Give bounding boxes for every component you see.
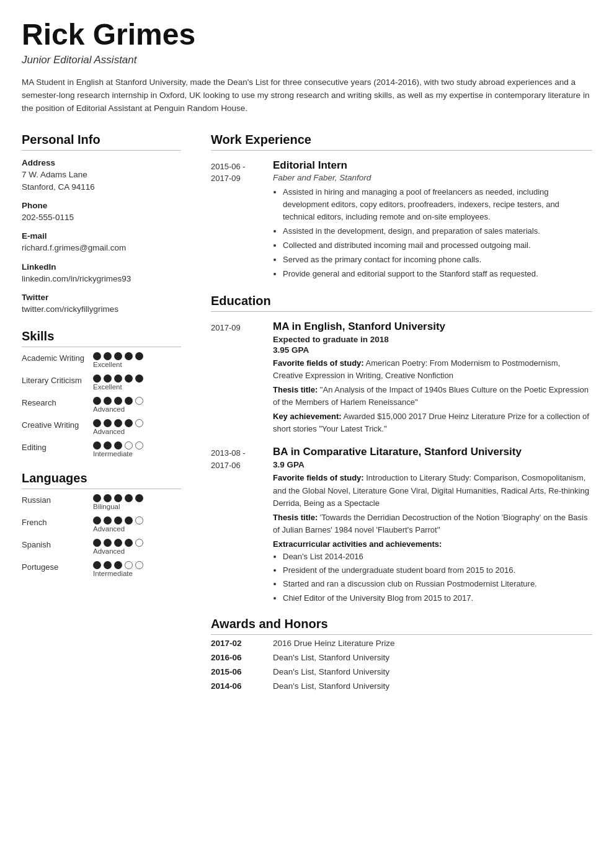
personal-info-twitter-label: Twitter (22, 293, 181, 302)
edu-entry: 2013-08 -2017-06 BA in Comparative Litar… (211, 446, 592, 605)
personal-info-title: Personal Info (22, 133, 181, 151)
skill-name: Academic Writing (22, 352, 93, 363)
work-entry: 2015-06 -2017-09 Editorial Intern Faber … (211, 159, 592, 283)
award-row: 2014-06 Dean's List, Stanford University (211, 681, 592, 691)
edu-content: MA in English, Stanford University Expec… (273, 321, 592, 438)
award-date: 2016-06 (211, 653, 273, 662)
language-level: Advanced (93, 525, 125, 533)
dot-filled (93, 397, 101, 405)
languages-title: Languages (22, 471, 181, 489)
language-name: Portugese (22, 561, 93, 572)
language-item: French Advanced (22, 516, 181, 533)
skill-level: Advanced (93, 428, 125, 435)
award-desc: 2016 Drue Heinz Literature Prize (273, 639, 592, 648)
awards-section: Awards and Honors 2017-02 2016 Drue Hein… (211, 617, 592, 691)
personal-info-address-label: Address (22, 158, 181, 167)
skill-item: Literary Criticism Excellent (22, 374, 181, 391)
language-dots (93, 539, 143, 547)
summary-text: MA Student in English at Stanford Univer… (22, 76, 592, 115)
edu-subline: Expected to graduate in 2018 (273, 335, 592, 344)
resume-header: Rick Grimes Junior Editorial Assistant M… (22, 19, 592, 115)
award-date: 2017-02 (211, 639, 273, 648)
skill-dots (93, 441, 143, 450)
personal-info-phone-label: Phone (22, 201, 181, 210)
personal-info-section: Personal Info Address 7 W. Adams LaneSta… (22, 133, 181, 316)
dot-empty (125, 561, 133, 569)
dot-filled (93, 441, 101, 450)
language-level: Advanced (93, 547, 125, 555)
language-dots (93, 516, 143, 525)
languages-section: Languages Russian Bilingual French Advan… (22, 471, 181, 577)
education-title: Education (211, 294, 592, 312)
language-dots-wrap: Intermediate (93, 561, 143, 577)
personal-info-linkedin-label: LinkedIn (22, 262, 181, 272)
dot-filled (104, 561, 112, 569)
dot-filled (93, 539, 101, 547)
dot-filled (114, 539, 122, 547)
dot-empty (125, 441, 133, 450)
skill-dots-wrap: Excellent (93, 352, 143, 368)
skill-dots (93, 397, 143, 405)
dot-filled (93, 561, 101, 569)
language-item: Russian Bilingual (22, 494, 181, 510)
edu-extra-bullet: Dean's List 2014-2016 (283, 551, 592, 563)
skill-dots-wrap: Advanced (93, 419, 143, 435)
skill-dots-wrap: Excellent (93, 374, 143, 391)
dot-filled (93, 352, 101, 360)
skill-name: Creative Writing (22, 419, 93, 430)
skills-section: Skills Academic Writing Excellent Litera… (22, 329, 181, 458)
dot-filled (114, 352, 122, 360)
skill-dots (93, 419, 143, 427)
dot-filled (104, 397, 112, 405)
award-date: 2014-06 (211, 681, 273, 691)
edu-favorite: Favorite fields of study: Introduction t… (273, 472, 592, 509)
dot-filled (125, 494, 133, 502)
edu-extra-bullets: Dean's List 2014-2016President of the un… (273, 551, 592, 604)
work-title: Editorial Intern (273, 159, 592, 172)
work-bullets: Assisted in hiring and managing a pool o… (273, 186, 592, 281)
edu-achievement: Key achievement: Awarded $15,000 2017 Dr… (273, 410, 592, 435)
skill-name: Literary Criticism (22, 374, 93, 385)
work-bullet: Served as the primary contact for incomi… (283, 254, 592, 266)
skill-item: Research Advanced (22, 397, 181, 413)
dot-filled (135, 494, 143, 502)
language-name: Spanish (22, 539, 93, 549)
dot-filled (93, 419, 101, 427)
award-desc: Dean's List, Stanford University (273, 653, 592, 662)
dot-empty (135, 516, 143, 525)
dot-empty (135, 539, 143, 547)
skill-item: Academic Writing Excellent (22, 352, 181, 368)
edu-extra-bullet: Started and ran a discussion club on Rus… (283, 578, 592, 590)
language-dots (93, 561, 143, 569)
dot-filled (104, 352, 112, 360)
language-name: Russian (22, 494, 93, 505)
dot-filled (125, 419, 133, 427)
language-name: French (22, 516, 93, 527)
skills-title: Skills (22, 329, 181, 347)
languages-list: Russian Bilingual French Advanced Spanis… (22, 494, 181, 577)
work-experience-title: Work Experience (211, 133, 592, 151)
dot-filled (114, 419, 122, 427)
edu-extra-bullet: Chief Editor of the University Blog from… (283, 592, 592, 604)
dot-filled (125, 516, 133, 525)
language-level: Intermediate (93, 570, 133, 577)
work-experience-section: Work Experience 2015-06 -2017-09 Editori… (211, 133, 592, 283)
work-bullet: Assisted in the development, design, and… (283, 225, 592, 237)
skill-level: Intermediate (93, 450, 133, 458)
skill-level: Excellent (93, 361, 122, 368)
dot-filled (135, 374, 143, 383)
skill-name: Research (22, 397, 93, 407)
left-column: Personal Info Address 7 W. Adams LaneSta… (22, 133, 198, 696)
dot-filled (104, 441, 112, 450)
language-dots-wrap: Advanced (93, 516, 143, 533)
dot-filled (114, 516, 122, 525)
personal-info-email-value: richard.f.grimes@gmail.com (22, 242, 181, 254)
personal-info-linkedin-value: linkedin.com/in/rickygrimes93 (22, 273, 181, 285)
awards-list: 2017-02 2016 Drue Heinz Literature Prize… (211, 639, 592, 691)
edu-date: 2017-09 (211, 321, 273, 438)
dot-filled (125, 374, 133, 383)
dot-filled (114, 374, 122, 383)
dot-filled (104, 539, 112, 547)
dot-empty (135, 441, 143, 450)
main-content: Personal Info Address 7 W. Adams LaneSta… (22, 133, 592, 696)
